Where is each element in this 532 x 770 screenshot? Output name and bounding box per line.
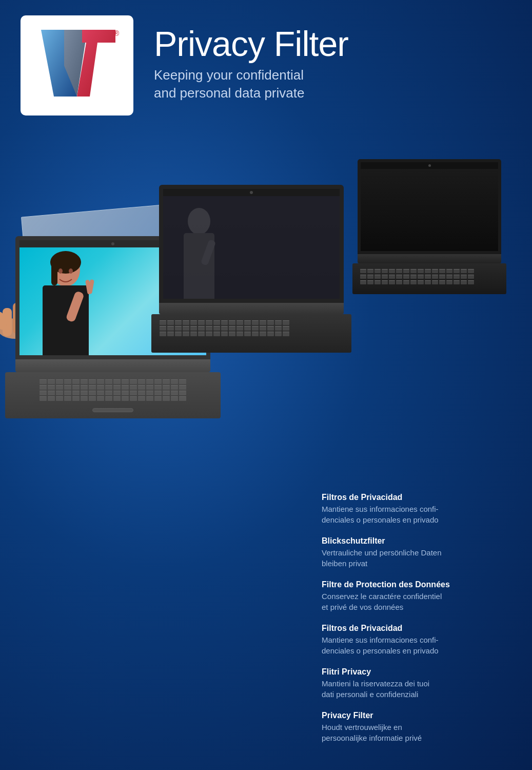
desc-title-2: Filtre de Protection des Données: [322, 580, 517, 589]
svg-point-19: [188, 208, 210, 235]
laptop-middle-hinge: [159, 303, 344, 314]
laptop-right-hinge: [358, 254, 501, 263]
laptop-middle: for(let r=0;r<3;r++) for(let k=0;k<17;k+…: [159, 185, 375, 380]
screen-silhouette: [171, 203, 227, 303]
woman-figure: [25, 249, 107, 359]
desc-block-4: Flitri Privacy Mantieni la riservatezza …: [322, 667, 517, 700]
svg-point-14: [58, 268, 63, 274]
laptop-right: for(let r=0;r<3;r++) for(let k=0;k<16;k+…: [358, 159, 522, 313]
v7-logo: ®: [31, 25, 123, 107]
trackpad: [92, 408, 133, 412]
desc-body-4: Mantieni la riservatezza dei tuoidati pe…: [322, 678, 517, 700]
svg-point-15: [69, 268, 73, 274]
desc-body-2: Conservez le caractére confidentielet pr…: [322, 591, 517, 612]
desc-title-1: Blickschutzfilter: [322, 536, 517, 546]
webcam-dot: [111, 242, 114, 245]
svg-rect-12: [51, 260, 57, 285]
laptop-middle-webcam: [250, 191, 253, 194]
laptop-scene: V7 for(let r=0;r<4;r++) for(let k=0;k<18…: [0, 159, 532, 467]
laptop-middle-keyboard: for(let r=0;r<3;r++) for(let k=0;k<17;k+…: [151, 314, 351, 353]
laptop-middle-screen: [159, 185, 344, 303]
title-area: Privacy Filter Keeping your confidential…: [133, 15, 348, 103]
screen-with-filter: [163, 196, 340, 303]
svg-text:®: ®: [114, 29, 120, 37]
laptop-right-webcam: [428, 164, 431, 167]
desc-block-5: Privacy Filter Houdt vertrouwelijke enpe…: [322, 711, 517, 743]
product-title: Privacy Filter: [154, 26, 348, 62]
product-subtitle: Keeping your confidential and personal d…: [154, 66, 348, 102]
desc-title-0: Filtros de Privacidad: [322, 493, 517, 502]
header: ® Privacy Filter Keeping your confidenti…: [0, 0, 532, 116]
desc-title-4: Flitri Privacy: [322, 667, 517, 677]
desc-title-3: Filtros de Privacidad: [322, 624, 517, 633]
desc-body-5: Houdt vertrouwelijke enpersoonalijke inf…: [322, 722, 517, 743]
desc-block-3: Filtros de Privacidad Mantiene sus infor…: [322, 624, 517, 656]
laptop-right-keyboard: for(let r=0;r<3;r++) for(let k=0;k<16;k+…: [352, 263, 506, 294]
desc-title-5: Privacy Filter: [322, 711, 517, 720]
desc-block-0: Filtros de Privacidad Mantiene sus infor…: [322, 493, 517, 525]
desc-body-0: Mantiene sus informaciones confi-dencial…: [322, 504, 517, 525]
desc-body-3: Mantiene sus informaciones confi-dencial…: [322, 634, 517, 656]
descriptions-panel: Filtros de Privacidad Mantiene sus infor…: [322, 493, 517, 755]
desc-body-1: Vertrauliche und persönliche Datenbleibe…: [322, 547, 517, 569]
svg-marker-2: [77, 30, 115, 97]
laptop-right-display: [361, 169, 498, 254]
desc-block-2: Filtre de Protection des Données Conserv…: [322, 580, 517, 612]
logo-box: ®: [21, 15, 133, 116]
desc-block-1: Blickschutzfilter Vertrauliche und persö…: [322, 536, 517, 569]
laptop-right-screen: [358, 159, 501, 254]
